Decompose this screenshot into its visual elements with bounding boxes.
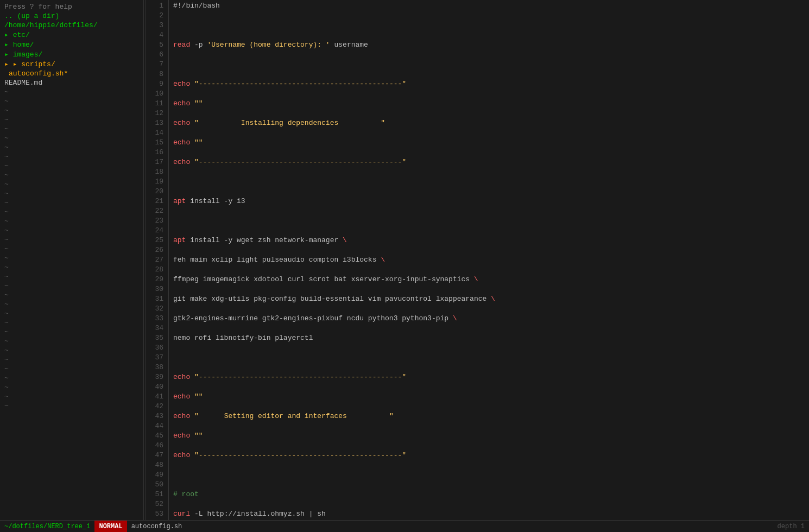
- tilde-30: ~: [0, 355, 143, 364]
- sidebar-item-readme[interactable]: README.md: [0, 78, 143, 87]
- main-container: Press ? for help .. (up a dir) /home/hip…: [0, 0, 809, 520]
- tilde-22: ~: [0, 281, 143, 290]
- sidebar-item-scripts[interactable]: ▸ scripts/: [0, 59, 143, 69]
- code-editor[interactable]: #!/bin/bash read -p 'Username (home dire…: [169, 0, 521, 520]
- tilde-9: ~: [0, 161, 143, 170]
- code-line-23: echo "": [173, 431, 517, 441]
- tilde-8: ~: [0, 152, 143, 161]
- tilde-29: ~: [0, 346, 143, 355]
- tilde-7: ~: [0, 143, 143, 152]
- code-line-20: echo "----------------------------------…: [173, 372, 517, 382]
- press-help-text: Press ? for help: [4, 3, 72, 11]
- code-line-19: [173, 353, 517, 363]
- code-line-11: apt install -y i3: [173, 197, 517, 206]
- tilde-27: ~: [0, 327, 143, 337]
- tilde-13: ~: [0, 198, 143, 207]
- sidebar-item-home[interactable]: home/: [0, 40, 143, 49]
- tilde-32: ~: [0, 373, 143, 383]
- tilde-23: ~: [0, 290, 143, 300]
- tilde-25: ~: [0, 309, 143, 318]
- sidebar-header: Press ? for help: [0, 2, 143, 11]
- code-line-13: apt install -y wget zsh network-manager …: [173, 236, 517, 245]
- sidebar-item-etc[interactable]: etc/: [0, 30, 143, 40]
- code-line-5: echo "----------------------------------…: [173, 79, 517, 89]
- code-line-1: #!/bin/bash: [173, 1, 517, 11]
- code-line-2: [173, 21, 517, 30]
- tilde-24: ~: [0, 300, 143, 309]
- status-bar: ~/dotfiles/NERD_tree_1 NORMAL autoconfig…: [0, 520, 809, 532]
- sidebar-item-images[interactable]: images/: [0, 49, 143, 59]
- tilde-20: ~: [0, 263, 143, 272]
- code-line-24: echo "----------------------------------…: [173, 451, 517, 460]
- tilde-1: ~: [0, 87, 143, 97]
- sidebar-item-currentpath[interactable]: /home/hippie/dotfiles/: [0, 21, 143, 30]
- tilde-16: ~: [0, 226, 143, 235]
- tilde-19: ~: [0, 254, 143, 263]
- tilde-26: ~: [0, 318, 143, 327]
- code-line-8: echo "": [173, 138, 517, 148]
- tilde-14: ~: [0, 207, 143, 217]
- tilde-3: ~: [0, 106, 143, 115]
- tilde-34: ~: [0, 392, 143, 401]
- line-numbers: 1234567891011121314151617181920212223242…: [146, 0, 168, 520]
- status-depth: depth 1: [773, 523, 809, 530]
- code-line-27: curl -L http://install.ohmyz.sh | sh: [173, 509, 517, 519]
- code-line-3: read -p 'Username (home directory): ' us…: [173, 40, 517, 50]
- code-line-6: echo "": [173, 99, 517, 109]
- sidebar-item-updir[interactable]: .. (up a dir): [0, 11, 143, 21]
- tilde-12: ~: [0, 189, 143, 198]
- code-line-14: feh maim xclip light pulseaudio compton …: [173, 255, 517, 265]
- tilde-31: ~: [0, 364, 143, 373]
- code-line-7: echo " Installing dependencies ": [173, 118, 517, 128]
- code-line-21: echo "": [173, 392, 517, 402]
- tilde-18: ~: [0, 244, 143, 254]
- code-line-4: [173, 60, 517, 69]
- tilde-33: ~: [0, 383, 143, 392]
- sidebar: Press ? for help .. (up a dir) /home/hip…: [0, 0, 144, 520]
- tilde-35: ~: [0, 401, 143, 410]
- tilde-17: ~: [0, 235, 143, 244]
- status-mode: NORMAL: [94, 521, 127, 533]
- code-line-26: # root: [173, 490, 517, 499]
- code-line-12: [173, 216, 517, 226]
- code-line-25: [173, 470, 517, 480]
- status-filename: autoconfig.sh: [127, 523, 187, 530]
- tilde-15: ~: [0, 217, 143, 226]
- tilde-11: ~: [0, 180, 143, 189]
- code-line-15: ffmpeg imagemagick xdotool curl scrot ba…: [173, 275, 517, 284]
- code-line-17: gtk2-engines-murrine gtk2-engines-pixbuf…: [173, 314, 517, 324]
- tilde-21: ~: [0, 272, 143, 281]
- right-panel: [521, 0, 809, 520]
- code-line-18: nemo rofi libnotify-bin playerctl: [173, 333, 517, 343]
- tilde-6: ~: [0, 134, 143, 143]
- code-line-10: [173, 177, 517, 187]
- code-line-16: git make xdg-utils pkg-config build-esse…: [173, 294, 517, 304]
- tilde-28: ~: [0, 337, 143, 346]
- tilde-10: ~: [0, 170, 143, 180]
- status-left: ~/dotfiles/NERD_tree_1: [0, 523, 94, 530]
- code-line-22: echo " Setting editor and interfaces ": [173, 411, 517, 421]
- tilde-5: ~: [0, 124, 143, 134]
- sidebar-item-autoconfig[interactable]: autoconfig.sh*: [0, 69, 143, 78]
- code-line-9: echo "----------------------------------…: [173, 157, 517, 167]
- tilde-2: ~: [0, 97, 143, 106]
- tilde-4: ~: [0, 115, 143, 124]
